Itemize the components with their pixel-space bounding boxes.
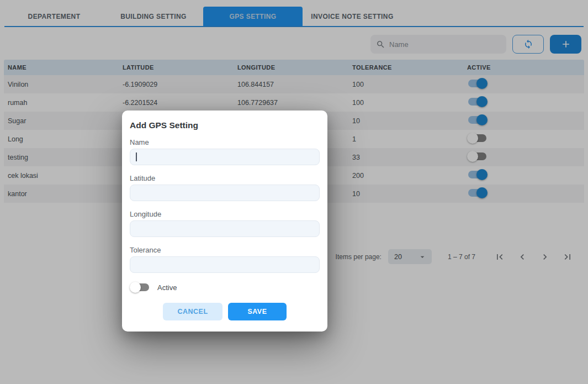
dialog-actions: CANCEL SAVE: [130, 303, 320, 320]
field-tolerance: Tolerance: [130, 246, 320, 273]
dialog-title: Add GPS Setting: [130, 120, 320, 130]
modal-active-label: Active: [157, 283, 177, 292]
save-button[interactable]: SAVE: [228, 303, 287, 320]
add-gps-setting-dialog: Add GPS Setting NameLatitudeLongitudeTol…: [122, 111, 327, 332]
modal-form: NameLatitudeLongitudeTolerance: [130, 138, 320, 273]
latitude-input[interactable]: [130, 185, 320, 201]
field-latitude: Latitude: [130, 174, 320, 201]
tolerance-input[interactable]: [130, 256, 320, 273]
active-toggle-row: Active: [130, 282, 320, 293]
field-name: Name: [130, 138, 320, 165]
modal-active-toggle[interactable]: [130, 282, 150, 293]
field-label: Tolerance: [130, 246, 320, 254]
cancel-button[interactable]: CANCEL: [163, 303, 223, 320]
longitude-input[interactable]: [130, 220, 320, 237]
toggle-thumb: [130, 282, 141, 293]
text-caret: [136, 152, 137, 161]
name-input[interactable]: [130, 149, 320, 165]
field-label: Latitude: [130, 174, 320, 182]
field-label: Name: [130, 138, 320, 146]
field-label: Longitude: [130, 210, 320, 218]
field-longitude: Longitude: [130, 210, 320, 237]
